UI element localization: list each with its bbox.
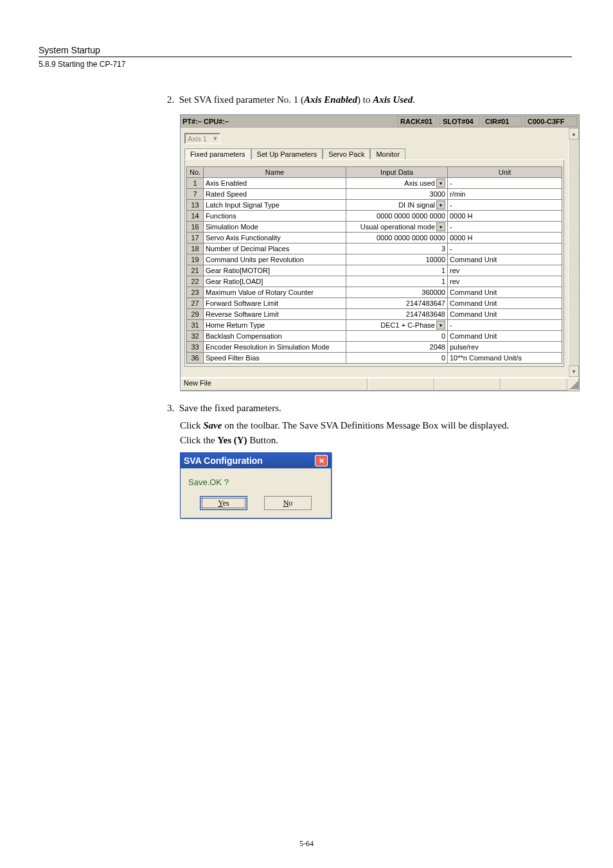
cell-unit: -: [448, 178, 562, 189]
chevron-down-icon[interactable]: ▼: [436, 222, 445, 231]
cell-input-data[interactable]: 3: [346, 244, 448, 254]
table-row[interactable]: 1Axis EnabledAxis used▼-: [187, 178, 562, 189]
axis-select[interactable]: Axis 1 ▾: [184, 133, 220, 144]
tab-fixed-parameters[interactable]: Fixed parameters: [184, 148, 251, 160]
cell-input-data[interactable]: 1: [346, 276, 448, 287]
cell-name: Axis Enabled: [204, 178, 346, 189]
no-button[interactable]: No: [264, 496, 312, 510]
cell-input-data[interactable]: 0000 0000 0000 0000: [346, 211, 448, 222]
table-row[interactable]: 36Speed Filter Bias010**n Command Unit/s: [187, 353, 562, 364]
table-row[interactable]: 23Maximum Value of Rotary Counter360000C…: [187, 287, 562, 298]
cell-input-data[interactable]: 10000: [346, 254, 448, 265]
titlebar-left: PT#:– CPU#:–: [182, 118, 395, 125]
table-row[interactable]: 22Gear Ratio[LOAD]1rev: [187, 276, 562, 287]
fixed-parameters-window: PT#:– CPU#:– RACK#01 SLOT#04 CIR#01 C000…: [180, 114, 580, 391]
table-row[interactable]: 27Forward Software Limit2147483647Comman…: [187, 298, 562, 309]
vertical-scrollbar[interactable]: ▲ ▼: [568, 128, 579, 377]
table-row[interactable]: 17Servo Axis Functionality0000 0000 0000…: [187, 233, 562, 244]
axis-select-label: Axis 1: [188, 135, 207, 143]
cell-unit: Command Unit: [448, 254, 562, 265]
table-row[interactable]: 33Encoder Resolution in Simulation Mode2…: [187, 342, 562, 353]
cell-input-data[interactable]: Usual operational mode▼: [346, 222, 448, 233]
cell-name: Simulation Mode: [204, 222, 346, 233]
tab-strip: Fixed parameters Set Up Parameters Servo…: [184, 148, 564, 160]
cell-input-data[interactable]: 2147483648: [346, 309, 448, 320]
col-unit: Unit: [448, 167, 562, 178]
cell-input-data[interactable]: 0000 0000 0000 0000: [346, 233, 448, 244]
titlebar-rack: RACK#01: [397, 116, 437, 127]
table-row[interactable]: 31Home Return TypeDEC1 + C-Phase▼-: [187, 320, 562, 331]
resize-grip-icon[interactable]: [567, 378, 579, 389]
cell-name: Home Return Type: [204, 320, 346, 331]
cell-name: Reverse Software Limit: [204, 309, 346, 320]
chevron-down-icon[interactable]: ▼: [436, 179, 445, 188]
table-row[interactable]: 19Command Units per Revolution10000Comma…: [187, 254, 562, 265]
status-bar: New File: [181, 377, 579, 391]
cell-no: 29: [187, 309, 204, 320]
table-row[interactable]: 14Functions0000 0000 0000 00000000 H: [187, 211, 562, 222]
col-data: Input Data: [346, 167, 448, 178]
cell-input-data[interactable]: DEC1 + C-Phase▼: [346, 320, 448, 331]
status-cell-2: [368, 378, 434, 391]
table-row[interactable]: 29Reverse Software Limit2147483648Comman…: [187, 309, 562, 320]
cell-no: 1: [187, 178, 204, 189]
cell-no: 19: [187, 254, 204, 265]
cell-input-data[interactable]: DI IN signal▼: [346, 200, 448, 211]
close-icon[interactable]: ✕: [315, 455, 328, 466]
cell-name: Command Units per Revolution: [204, 254, 346, 265]
chevron-down-icon[interactable]: ▼: [436, 200, 445, 209]
scroll-down-icon[interactable]: ▼: [569, 366, 579, 377]
cell-no: 27: [187, 298, 204, 309]
cell-unit: rev: [448, 276, 562, 287]
step-2-post: .: [413, 94, 415, 105]
col-name: Name: [204, 167, 346, 178]
cell-no: 22: [187, 276, 204, 287]
cell-input-data[interactable]: 360000: [346, 287, 448, 298]
tab-panel: No. Name Input Data Unit 1Axis EnabledAx…: [184, 160, 564, 367]
table-row[interactable]: 21Gear Ratio[MOTOR]1rev: [187, 265, 562, 276]
step-2-pre: Set SVA fixed parameter No. 1 (: [179, 94, 304, 105]
tab-setup-parameters[interactable]: Set Up Parameters: [251, 148, 323, 159]
cell-input-data[interactable]: 1: [346, 265, 448, 276]
cell-input-data[interactable]: 3000: [346, 189, 448, 200]
table-row[interactable]: 18Number of Decimal Places3-: [187, 244, 562, 254]
cell-input-data[interactable]: 0: [346, 331, 448, 342]
scroll-up-icon[interactable]: ▲: [569, 128, 579, 139]
cell-no: 14: [187, 211, 204, 222]
tab-monitor[interactable]: Monitor: [370, 148, 405, 159]
cell-input-data[interactable]: Axis used▼: [346, 178, 448, 189]
yes-button[interactable]: Yes: [200, 496, 247, 510]
cell-input-data[interactable]: 2048: [346, 342, 448, 353]
status-cell-3: [434, 378, 501, 391]
cell-unit: Command Unit: [448, 331, 562, 342]
cell-unit: r/min: [448, 189, 562, 200]
table-row[interactable]: 7Rated Speed3000r/min: [187, 189, 562, 200]
chevron-down-icon: ▾: [213, 134, 217, 143]
cell-unit: -: [448, 200, 562, 211]
sva-configuration-dialog: SVA Configuration ✕ Save.OK ? Yes No: [180, 452, 332, 518]
table-row[interactable]: 32Backlash Compensation0Command Unit: [187, 331, 562, 342]
cell-no: 36: [187, 353, 204, 364]
cell-input-data[interactable]: 2147483647: [346, 298, 448, 309]
tab-servo-pack[interactable]: Servo Pack: [323, 148, 370, 159]
window-titlebar: PT#:– CPU#:– RACK#01 SLOT#04 CIR#01 C000…: [181, 115, 579, 128]
table-row[interactable]: 16Simulation ModeUsual operational mode▼…: [187, 222, 562, 233]
cell-no: 7: [187, 189, 204, 200]
dialog-title: SVA Configuration: [184, 456, 263, 466]
table-row[interactable]: 13Latch Input Signal TypeDI IN signal▼-: [187, 200, 562, 211]
chevron-down-icon[interactable]: ▼: [436, 321, 445, 330]
cell-no: 16: [187, 222, 204, 233]
col-no: No.: [187, 167, 204, 178]
cell-name: Backlash Compensation: [204, 331, 346, 342]
dialog-titlebar: SVA Configuration ✕: [181, 453, 331, 468]
step-3: 3. Save the fixed parameters.: [167, 403, 574, 414]
scroll-track[interactable]: [569, 139, 579, 366]
page-subheading: 5.8.9 Starting the CP-717: [39, 57, 572, 69]
step-2-em1: Axis Enabled: [304, 94, 357, 105]
cell-input-data[interactable]: 0: [346, 353, 448, 364]
step-3-line2: Click the Yes (Y) Button.: [180, 435, 574, 446]
step-3-line1: Click Save on the toolbar. The Save SVA …: [180, 420, 574, 431]
cell-no: 32: [187, 331, 204, 342]
cell-unit: 0000 H: [448, 233, 562, 244]
dialog-message: Save.OK ?: [181, 468, 331, 493]
